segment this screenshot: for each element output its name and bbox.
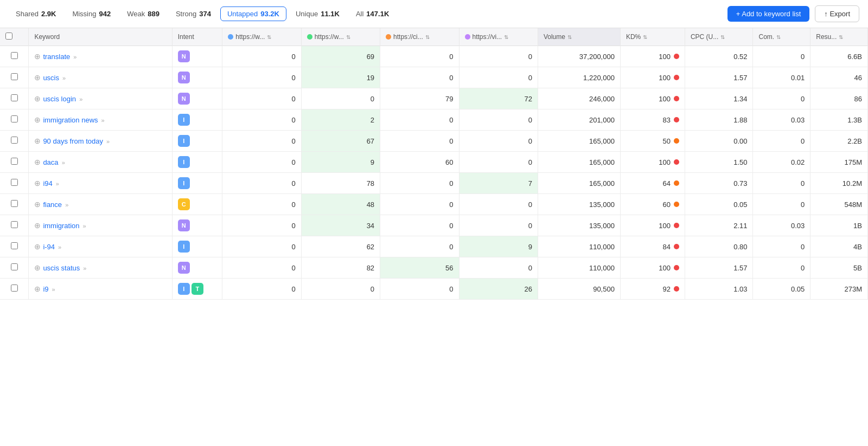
row-checkbox-2[interactable] bbox=[0, 88, 29, 109]
plus-icon-3[interactable]: ⊕ bbox=[34, 115, 41, 124]
plus-icon-7[interactable]: ⊕ bbox=[34, 200, 41, 209]
plus-icon-11[interactable]: ⊕ bbox=[34, 285, 41, 293]
row-checkbox-input-8[interactable] bbox=[11, 221, 18, 228]
row-checkbox-10[interactable] bbox=[0, 257, 29, 279]
url2-cell-3: 2 bbox=[301, 109, 380, 131]
kd-dot-4 bbox=[674, 138, 679, 144]
col-header-cpc[interactable]: CPC (U...⇅ bbox=[685, 28, 753, 46]
intent-cell-9: I bbox=[172, 236, 222, 257]
cpc-cell-3: 1.88 bbox=[685, 109, 753, 131]
col-header-keyword[interactable]: Keyword bbox=[29, 28, 172, 46]
row-checkbox-4[interactable] bbox=[0, 131, 29, 152]
row-checkbox-input-11[interactable] bbox=[11, 285, 18, 292]
row-checkbox-8[interactable] bbox=[0, 215, 29, 236]
plus-icon-5[interactable]: ⊕ bbox=[34, 158, 41, 166]
sort-icon-resu[interactable]: ⇅ bbox=[839, 34, 843, 40]
filter-tab-unique[interactable]: Unique11.1K bbox=[289, 7, 347, 21]
keyword-link-9[interactable]: i-94 bbox=[43, 243, 55, 251]
add-to-keyword-list-button[interactable]: + Add to keyword list bbox=[727, 6, 810, 22]
row-checkbox-input-10[interactable] bbox=[11, 263, 18, 270]
keyword-link-0[interactable]: translate bbox=[43, 53, 70, 61]
sort-icon-com[interactable]: ⇅ bbox=[776, 34, 781, 40]
kd-value-0: 100 bbox=[659, 53, 671, 61]
row-checkbox-1[interactable] bbox=[0, 67, 29, 88]
sort-icon-url2[interactable]: ⇅ bbox=[346, 34, 350, 40]
intent-cell-7: C bbox=[172, 194, 222, 215]
filter-tab-all[interactable]: All147.1K bbox=[349, 7, 396, 21]
col-header-com[interactable]: Com.⇅ bbox=[753, 28, 810, 46]
url2-cell-10: 82 bbox=[301, 257, 380, 279]
url4-cell-3: 0 bbox=[459, 109, 538, 131]
keyword-link-5[interactable]: daca bbox=[43, 158, 58, 166]
col-header-resu[interactable]: Resu...⇅ bbox=[810, 28, 868, 46]
resu-cell-1: 46 bbox=[810, 67, 868, 88]
row-checkbox-3[interactable] bbox=[0, 109, 29, 131]
sort-icon-url4[interactable]: ⇅ bbox=[504, 34, 508, 40]
col-header-intent[interactable]: Intent bbox=[172, 28, 222, 46]
intent-cell-6: I bbox=[172, 173, 222, 194]
export-button[interactable]: ↑ Export bbox=[815, 5, 859, 22]
table-row: ⊕daca »I09600165,0001001.500.02175M bbox=[0, 152, 868, 173]
row-checkbox-9[interactable] bbox=[0, 236, 29, 257]
keyword-arrows-8: » bbox=[81, 223, 86, 229]
keyword-link-8[interactable]: immigration bbox=[43, 222, 79, 230]
filter-tab-shared[interactable]: Shared2.9K bbox=[9, 7, 63, 21]
row-checkbox-input-2[interactable] bbox=[11, 94, 18, 101]
row-checkbox-input-6[interactable] bbox=[11, 179, 18, 186]
row-checkbox-6[interactable] bbox=[0, 173, 29, 194]
keyword-link-1[interactable]: uscis bbox=[43, 74, 59, 82]
col-header-url3[interactable]: https://ci...⇅ bbox=[380, 28, 459, 46]
com-cell-9: 0 bbox=[753, 236, 810, 257]
plus-icon-10[interactable]: ⊕ bbox=[34, 263, 41, 272]
plus-icon-6[interactable]: ⊕ bbox=[34, 179, 41, 188]
col-header-url2[interactable]: https://w...⇅ bbox=[301, 28, 380, 46]
keyword-arrows-11: » bbox=[50, 286, 55, 293]
row-checkbox-input-9[interactable] bbox=[11, 242, 18, 249]
plus-icon-0[interactable]: ⊕ bbox=[34, 52, 41, 61]
keyword-link-11[interactable]: i9 bbox=[43, 285, 48, 293]
row-checkbox-7[interactable] bbox=[0, 194, 29, 215]
sort-icon-volume[interactable]: ⇅ bbox=[567, 34, 572, 40]
row-checkbox-input-5[interactable] bbox=[11, 158, 18, 165]
resu-cell-2: 86 bbox=[810, 88, 868, 109]
intent-cell-3: I bbox=[172, 109, 222, 131]
sort-icon-url3[interactable]: ⇅ bbox=[425, 34, 430, 40]
col-label-com: Com. bbox=[758, 33, 774, 41]
url2-cell-1: 19 bbox=[301, 67, 380, 88]
row-checkbox-input-1[interactable] bbox=[11, 73, 18, 80]
keyword-link-10[interactable]: uscis status bbox=[43, 264, 80, 272]
row-checkbox-0[interactable] bbox=[0, 46, 29, 67]
keyword-link-6[interactable]: i94 bbox=[43, 179, 52, 188]
sort-icon-kd[interactable]: ⇅ bbox=[643, 34, 647, 40]
row-checkbox-input-3[interactable] bbox=[11, 115, 18, 122]
filter-tab-weak[interactable]: Weak889 bbox=[120, 7, 167, 21]
filter-tab-untapped[interactable]: Untapped93.2K bbox=[220, 7, 286, 21]
row-checkbox-input-7[interactable] bbox=[11, 200, 18, 207]
row-checkbox-input-4[interactable] bbox=[11, 137, 18, 144]
keyword-link-7[interactable]: fiance bbox=[43, 201, 62, 209]
keyword-link-3[interactable]: immigration news bbox=[43, 116, 98, 124]
col-header-url4[interactable]: https://vi...⇅ bbox=[459, 28, 538, 46]
row-checkbox-5[interactable] bbox=[0, 152, 29, 173]
row-checkbox-input-0[interactable] bbox=[11, 52, 18, 59]
col-label-resu: Resu... bbox=[816, 33, 837, 41]
row-checkbox-11[interactable] bbox=[0, 279, 29, 300]
col-header-kd[interactable]: KD%⇅ bbox=[620, 28, 685, 46]
sort-icon-cpc[interactable]: ⇅ bbox=[720, 34, 725, 40]
intent-badge-N-2: N bbox=[178, 93, 190, 105]
col-header-check[interactable] bbox=[0, 28, 29, 46]
plus-icon-1[interactable]: ⊕ bbox=[34, 73, 41, 82]
keyword-link-2[interactable]: uscis login bbox=[43, 95, 76, 103]
col-header-url1[interactable]: https://w...⇅ bbox=[222, 28, 301, 46]
col-header-volume[interactable]: Volume⇅ bbox=[538, 28, 620, 46]
filter-tab-strong[interactable]: Strong374 bbox=[169, 7, 218, 21]
plus-icon-8[interactable]: ⊕ bbox=[34, 221, 41, 230]
plus-icon-9[interactable]: ⊕ bbox=[34, 242, 41, 251]
filter-tab-missing[interactable]: Missing942 bbox=[65, 7, 118, 21]
select-all-checkbox[interactable] bbox=[5, 33, 12, 40]
plus-icon-2[interactable]: ⊕ bbox=[34, 94, 41, 103]
plus-icon-4[interactable]: ⊕ bbox=[34, 137, 41, 145]
sort-icon-url1[interactable]: ⇅ bbox=[267, 34, 271, 40]
keyword-link-4[interactable]: 90 days from today bbox=[43, 137, 103, 145]
url1-cell-3: 0 bbox=[222, 109, 301, 131]
